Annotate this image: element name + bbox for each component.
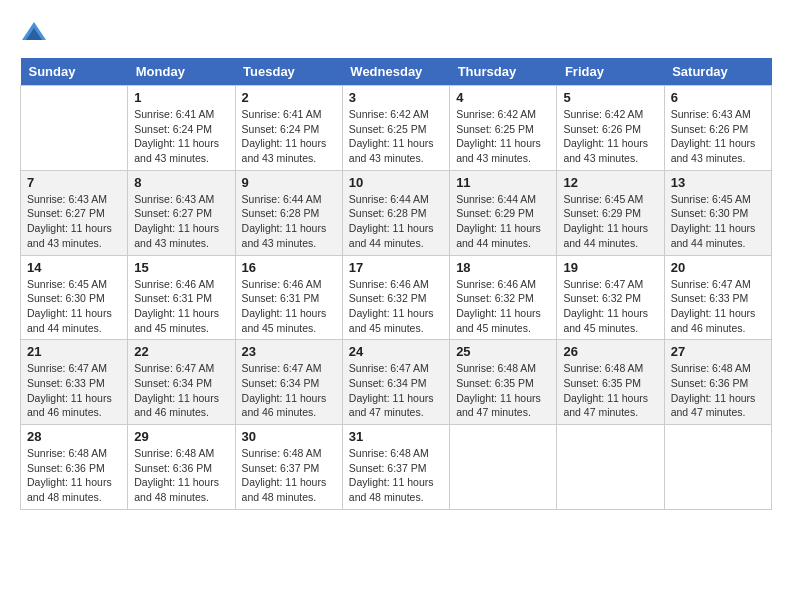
day-number: 23 xyxy=(242,344,336,359)
day-of-week-sunday: Sunday xyxy=(21,58,128,86)
day-number: 12 xyxy=(563,175,657,190)
day-number: 5 xyxy=(563,90,657,105)
day-number: 7 xyxy=(27,175,121,190)
day-info: Sunrise: 6:42 AMSunset: 6:25 PMDaylight:… xyxy=(349,107,443,166)
calendar-header: SundayMondayTuesdayWednesdayThursdayFrid… xyxy=(21,58,772,86)
calendar-cell: 22Sunrise: 6:47 AMSunset: 6:34 PMDayligh… xyxy=(128,340,235,425)
day-info: Sunrise: 6:48 AMSunset: 6:36 PMDaylight:… xyxy=(134,446,228,505)
calendar-cell: 6Sunrise: 6:43 AMSunset: 6:26 PMDaylight… xyxy=(664,86,771,171)
day-info: Sunrise: 6:42 AMSunset: 6:25 PMDaylight:… xyxy=(456,107,550,166)
calendar-cell: 17Sunrise: 6:46 AMSunset: 6:32 PMDayligh… xyxy=(342,255,449,340)
day-of-week-monday: Monday xyxy=(128,58,235,86)
day-number: 1 xyxy=(134,90,228,105)
day-number: 4 xyxy=(456,90,550,105)
calendar-cell: 1Sunrise: 6:41 AMSunset: 6:24 PMDaylight… xyxy=(128,86,235,171)
day-number: 6 xyxy=(671,90,765,105)
day-info: Sunrise: 6:43 AMSunset: 6:27 PMDaylight:… xyxy=(134,192,228,251)
day-number: 17 xyxy=(349,260,443,275)
calendar-header-row: SundayMondayTuesdayWednesdayThursdayFrid… xyxy=(21,58,772,86)
day-number: 22 xyxy=(134,344,228,359)
week-row-3: 14Sunrise: 6:45 AMSunset: 6:30 PMDayligh… xyxy=(21,255,772,340)
calendar-cell: 26Sunrise: 6:48 AMSunset: 6:35 PMDayligh… xyxy=(557,340,664,425)
week-row-5: 28Sunrise: 6:48 AMSunset: 6:36 PMDayligh… xyxy=(21,425,772,510)
day-info: Sunrise: 6:47 AMSunset: 6:33 PMDaylight:… xyxy=(671,277,765,336)
calendar-cell: 23Sunrise: 6:47 AMSunset: 6:34 PMDayligh… xyxy=(235,340,342,425)
day-number: 31 xyxy=(349,429,443,444)
day-info: Sunrise: 6:47 AMSunset: 6:34 PMDaylight:… xyxy=(242,361,336,420)
day-number: 30 xyxy=(242,429,336,444)
day-number: 8 xyxy=(134,175,228,190)
day-number: 20 xyxy=(671,260,765,275)
calendar-cell: 19Sunrise: 6:47 AMSunset: 6:32 PMDayligh… xyxy=(557,255,664,340)
day-number: 29 xyxy=(134,429,228,444)
day-info: Sunrise: 6:48 AMSunset: 6:35 PMDaylight:… xyxy=(456,361,550,420)
day-info: Sunrise: 6:48 AMSunset: 6:37 PMDaylight:… xyxy=(242,446,336,505)
calendar-cell: 30Sunrise: 6:48 AMSunset: 6:37 PMDayligh… xyxy=(235,425,342,510)
day-number: 21 xyxy=(27,344,121,359)
day-info: Sunrise: 6:44 AMSunset: 6:28 PMDaylight:… xyxy=(349,192,443,251)
day-number: 24 xyxy=(349,344,443,359)
calendar-cell xyxy=(664,425,771,510)
day-info: Sunrise: 6:48 AMSunset: 6:36 PMDaylight:… xyxy=(671,361,765,420)
calendar-cell: 29Sunrise: 6:48 AMSunset: 6:36 PMDayligh… xyxy=(128,425,235,510)
calendar-table: SundayMondayTuesdayWednesdayThursdayFrid… xyxy=(20,58,772,510)
week-row-4: 21Sunrise: 6:47 AMSunset: 6:33 PMDayligh… xyxy=(21,340,772,425)
day-info: Sunrise: 6:41 AMSunset: 6:24 PMDaylight:… xyxy=(242,107,336,166)
day-info: Sunrise: 6:48 AMSunset: 6:36 PMDaylight:… xyxy=(27,446,121,505)
calendar-cell xyxy=(21,86,128,171)
day-info: Sunrise: 6:47 AMSunset: 6:33 PMDaylight:… xyxy=(27,361,121,420)
calendar-cell: 11Sunrise: 6:44 AMSunset: 6:29 PMDayligh… xyxy=(450,170,557,255)
calendar-cell: 3Sunrise: 6:42 AMSunset: 6:25 PMDaylight… xyxy=(342,86,449,171)
day-number: 28 xyxy=(27,429,121,444)
week-row-2: 7Sunrise: 6:43 AMSunset: 6:27 PMDaylight… xyxy=(21,170,772,255)
day-info: Sunrise: 6:43 AMSunset: 6:26 PMDaylight:… xyxy=(671,107,765,166)
day-info: Sunrise: 6:41 AMSunset: 6:24 PMDaylight:… xyxy=(134,107,228,166)
logo xyxy=(20,20,52,48)
day-info: Sunrise: 6:47 AMSunset: 6:32 PMDaylight:… xyxy=(563,277,657,336)
calendar-cell: 10Sunrise: 6:44 AMSunset: 6:28 PMDayligh… xyxy=(342,170,449,255)
day-number: 13 xyxy=(671,175,765,190)
day-info: Sunrise: 6:43 AMSunset: 6:27 PMDaylight:… xyxy=(27,192,121,251)
day-of-week-tuesday: Tuesday xyxy=(235,58,342,86)
calendar-cell: 7Sunrise: 6:43 AMSunset: 6:27 PMDaylight… xyxy=(21,170,128,255)
page-header xyxy=(20,20,772,48)
day-of-week-thursday: Thursday xyxy=(450,58,557,86)
calendar-cell: 2Sunrise: 6:41 AMSunset: 6:24 PMDaylight… xyxy=(235,86,342,171)
day-number: 16 xyxy=(242,260,336,275)
calendar-body: 1Sunrise: 6:41 AMSunset: 6:24 PMDaylight… xyxy=(21,86,772,510)
calendar-cell: 16Sunrise: 6:46 AMSunset: 6:31 PMDayligh… xyxy=(235,255,342,340)
day-of-week-wednesday: Wednesday xyxy=(342,58,449,86)
day-number: 25 xyxy=(456,344,550,359)
day-info: Sunrise: 6:46 AMSunset: 6:31 PMDaylight:… xyxy=(134,277,228,336)
day-number: 14 xyxy=(27,260,121,275)
calendar-cell: 21Sunrise: 6:47 AMSunset: 6:33 PMDayligh… xyxy=(21,340,128,425)
day-info: Sunrise: 6:45 AMSunset: 6:29 PMDaylight:… xyxy=(563,192,657,251)
calendar-cell: 15Sunrise: 6:46 AMSunset: 6:31 PMDayligh… xyxy=(128,255,235,340)
day-number: 9 xyxy=(242,175,336,190)
calendar-cell xyxy=(557,425,664,510)
day-info: Sunrise: 6:45 AMSunset: 6:30 PMDaylight:… xyxy=(671,192,765,251)
calendar-cell: 5Sunrise: 6:42 AMSunset: 6:26 PMDaylight… xyxy=(557,86,664,171)
calendar-cell: 24Sunrise: 6:47 AMSunset: 6:34 PMDayligh… xyxy=(342,340,449,425)
day-info: Sunrise: 6:44 AMSunset: 6:29 PMDaylight:… xyxy=(456,192,550,251)
calendar-cell: 8Sunrise: 6:43 AMSunset: 6:27 PMDaylight… xyxy=(128,170,235,255)
calendar-cell: 28Sunrise: 6:48 AMSunset: 6:36 PMDayligh… xyxy=(21,425,128,510)
day-number: 2 xyxy=(242,90,336,105)
day-info: Sunrise: 6:47 AMSunset: 6:34 PMDaylight:… xyxy=(349,361,443,420)
calendar-cell: 20Sunrise: 6:47 AMSunset: 6:33 PMDayligh… xyxy=(664,255,771,340)
day-info: Sunrise: 6:45 AMSunset: 6:30 PMDaylight:… xyxy=(27,277,121,336)
calendar-cell xyxy=(450,425,557,510)
day-info: Sunrise: 6:48 AMSunset: 6:35 PMDaylight:… xyxy=(563,361,657,420)
logo-icon xyxy=(20,20,48,48)
day-info: Sunrise: 6:46 AMSunset: 6:32 PMDaylight:… xyxy=(349,277,443,336)
day-number: 26 xyxy=(563,344,657,359)
calendar-cell: 9Sunrise: 6:44 AMSunset: 6:28 PMDaylight… xyxy=(235,170,342,255)
calendar-cell: 4Sunrise: 6:42 AMSunset: 6:25 PMDaylight… xyxy=(450,86,557,171)
day-number: 11 xyxy=(456,175,550,190)
calendar-cell: 27Sunrise: 6:48 AMSunset: 6:36 PMDayligh… xyxy=(664,340,771,425)
day-of-week-friday: Friday xyxy=(557,58,664,86)
day-of-week-saturday: Saturday xyxy=(664,58,771,86)
day-number: 18 xyxy=(456,260,550,275)
day-info: Sunrise: 6:44 AMSunset: 6:28 PMDaylight:… xyxy=(242,192,336,251)
calendar-cell: 25Sunrise: 6:48 AMSunset: 6:35 PMDayligh… xyxy=(450,340,557,425)
